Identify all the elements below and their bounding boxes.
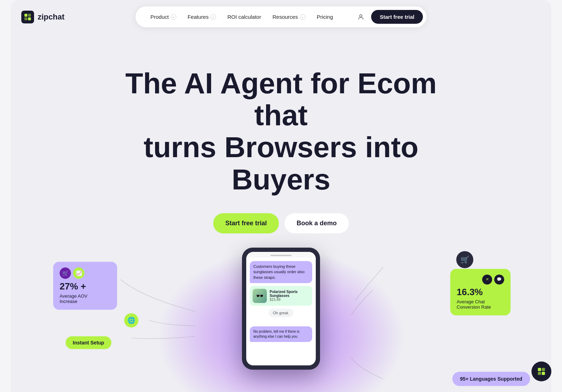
svg-rect-2	[24, 17, 27, 20]
aov-label: Average AOVIncrease	[60, 293, 111, 304]
chat-response: Oh great.	[269, 309, 293, 317]
phone-area: 🛒 📈 27% + Average AOVIncrease 🌐 Instant …	[11, 255, 551, 392]
start-free-trial-hero-button[interactable]: Start free trial	[213, 213, 279, 233]
book-demo-button[interactable]: Book a demo	[285, 213, 349, 233]
aov-percentage: 27% +	[60, 281, 111, 292]
svg-point-4	[360, 15, 362, 17]
cart-badge: 🛒	[456, 251, 473, 268]
conversion-stat-card: ✕ 💬 16.3% Average ChatConversion Rate	[450, 269, 511, 315]
chat-bubble-2: No problem, tell me if there is anything…	[250, 326, 312, 342]
chevron-down-icon: ⌄	[171, 14, 176, 20]
phone-mockup: Customers buying these sunglasses usuall…	[242, 248, 320, 370]
product-name: Polarized SportsSunglasses	[270, 290, 298, 298]
nav-item-roi[interactable]: ROI calculator	[222, 11, 266, 23]
close-icon: ✕	[482, 275, 492, 285]
start-free-trial-nav-button[interactable]: Start free trial	[371, 10, 423, 24]
svg-rect-6	[542, 368, 545, 371]
svg-rect-3	[28, 17, 31, 20]
logo-text: zipchat	[38, 12, 65, 22]
hero-section: The AI Agent for Ecom that turns Browser…	[11, 0, 551, 392]
svg-rect-5	[538, 368, 541, 371]
phone-top-bar	[246, 252, 316, 258]
logo-icon	[21, 11, 34, 23]
languages-badge: 95+ Languages Supported	[452, 372, 530, 386]
instant-setup-badge: Instant Setup	[66, 336, 111, 349]
cart-icon: 🛒	[60, 267, 71, 279]
svg-rect-0	[24, 14, 27, 17]
product-card: 🕶️ Polarized SportsSunglasses $15.89	[250, 286, 312, 306]
product-thumbnail: 🕶️	[253, 289, 267, 303]
nav-links: Product ⌄ Features ⌄ ROI calculator Reso…	[145, 11, 338, 23]
svg-rect-1	[28, 14, 31, 17]
nav-item-features[interactable]: Features ⌄	[183, 11, 221, 23]
phone-screen: Customers buying these sunglasses usuall…	[246, 252, 316, 365]
svg-rect-8	[542, 372, 545, 375]
aov-icons: 🛒 📈	[60, 267, 111, 279]
svg-rect-7	[538, 372, 541, 375]
nav-right: Start free trial	[354, 10, 423, 24]
chat-bubble-1: Customers buying these sunglasses usuall…	[250, 261, 312, 283]
aov-stat-card: 🛒 📈 27% + Average AOVIncrease	[53, 262, 117, 310]
conversion-label: Average ChatConversion Rate	[457, 299, 504, 310]
product-price: $15.89	[270, 298, 298, 302]
navbar: Product ⌄ Features ⌄ ROI calculator Reso…	[136, 6, 426, 27]
nav-item-product[interactable]: Product ⌄	[145, 11, 181, 23]
chevron-down-icon: ⌄	[300, 14, 305, 20]
chat-icon: 💬	[494, 275, 504, 285]
chat-area: Customers buying these sunglasses usuall…	[246, 258, 316, 346]
nav-item-pricing[interactable]: Pricing	[312, 11, 338, 23]
conversion-icons: ✕ 💬	[457, 275, 504, 285]
chevron-down-icon: ⌄	[210, 14, 216, 20]
chart-icon: 📈	[73, 267, 84, 279]
chat-widget-button[interactable]	[531, 361, 551, 381]
globe-icon-badge: 🌐	[124, 313, 138, 327]
conversion-percentage: 16.3%	[457, 287, 504, 298]
user-account-button[interactable]	[354, 10, 368, 24]
hero-buttons: Start free trial Book a demo	[213, 213, 349, 233]
phone-notch	[270, 255, 292, 256]
product-info: Polarized SportsSunglasses $15.89	[270, 290, 298, 302]
logo: zipchat	[21, 11, 65, 23]
hero-title: The AI Agent for Ecom that turns Browser…	[118, 67, 444, 195]
nav-item-resources[interactable]: Resources ⌄	[268, 11, 310, 23]
